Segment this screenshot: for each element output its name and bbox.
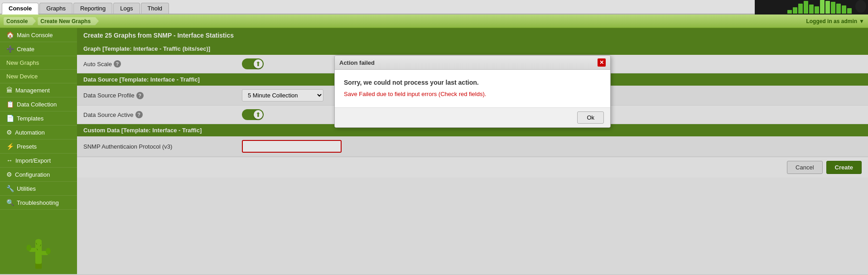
tab-thold[interactable]: Thold [141,3,169,14]
modal-footer: Ok [335,107,610,127]
logged-in-label: Logged in as admin ▼ [806,18,864,24]
sidebar-item-utilities[interactable]: 🔧 Utilities [0,182,77,196]
sidebar-item-new-graphs[interactable]: New Graphs [0,56,77,70]
breadcrumb-console[interactable]: Console [4,17,36,25]
logo-stripe [842,5,846,14]
sidebar-item-new-device[interactable]: New Device [0,70,77,83]
sidebar-item-create[interactable]: ➕ Create [0,42,77,56]
tab-reporting[interactable]: Reporting [73,3,112,14]
logo-stripe [831,2,835,14]
modal-error-message: Save Failed due to field input errors (C… [344,91,601,97]
logo-stripe [820,0,825,14]
import-export-icon: ↔ [6,157,13,164]
automation-icon: ⚙ [6,129,12,136]
svg-point-6 [46,248,51,254]
sidebar-item-import-export[interactable]: ↔ Import/Export [0,154,77,168]
modal-title-bar: Action failed ✕ [335,56,610,70]
config-icon: ⚙ [6,171,12,178]
troubleshoot-icon: 🔍 [6,199,14,206]
logo-circle [855,0,866,13]
top-tab-bar: Console Graphs Reporting Logs Thold [0,0,868,14]
tab-graphs[interactable]: Graphs [39,3,72,14]
sidebar-item-configuration[interactable]: ⚙ Configuration [0,168,77,182]
presets-icon: ⚡ [6,143,14,150]
modal-body: Sorry, we could not process your last ac… [335,70,610,107]
logo-stripe [809,5,814,14]
cactus-area [0,229,77,274]
sidebar-item-main-console[interactable]: 🏠 Main Console [0,28,77,42]
logo-stripe [804,1,808,14]
modal-main-message: Sorry, we could not process your last ac… [344,79,601,86]
logo-stripe [847,8,852,14]
logo-stripe [793,7,797,14]
main-layout: 🏠 Main Console ➕ Create New Graphs New D… [0,28,868,274]
content-area: Create 25 Graphs from SNMP - Interface S… [77,28,868,274]
modal-close-button[interactable]: ✕ [598,58,606,67]
sidebar-item-management[interactable]: 🏛 Management [0,83,77,97]
tab-logs[interactable]: Logs [113,3,140,14]
logo-area [755,0,868,14]
logo-stripe [798,4,803,14]
logo-stripe [787,10,792,14]
logo-stripe [836,4,841,14]
action-failed-modal: Action failed ✕ Sorry, we could not proc… [334,55,611,128]
templates-icon: 📄 [6,115,14,122]
modal-overlay: Action failed ✕ Sorry, we could not proc… [77,28,868,274]
modal-title: Action failed [339,59,375,66]
cactus-image [25,233,52,270]
utilities-icon: 🔧 [6,185,14,192]
plus-icon: ➕ [6,45,14,53]
sidebar-item-automation[interactable]: ⚙ Automation [0,125,77,140]
sidebar-item-presets[interactable]: ⚡ Presets [0,140,77,154]
breadcrumb-create-graphs[interactable]: Create New Graphs [38,17,99,25]
ok-button[interactable]: Ok [577,111,604,124]
sidebar: 🏠 Main Console ➕ Create New Graphs New D… [0,28,77,274]
breadcrumb-bar: Console Create New Graphs Logged in as a… [0,14,868,28]
collection-icon: 📋 [6,101,14,108]
sidebar-item-templates[interactable]: 📄 Templates [0,111,77,125]
sidebar-item-data-collection[interactable]: 📋 Data Collection [0,97,77,111]
management-icon: 🏛 [6,87,13,94]
svg-point-4 [26,245,31,251]
tab-console[interactable]: Console [2,3,39,14]
logo-stripe [815,6,819,14]
sidebar-item-troubleshooting[interactable]: 🔍 Troubleshooting [0,196,77,210]
logo-stripes [755,0,868,14]
home-icon: 🏠 [6,31,14,39]
logo-stripe [825,1,830,14]
user-icon: ▼ [859,18,864,24]
